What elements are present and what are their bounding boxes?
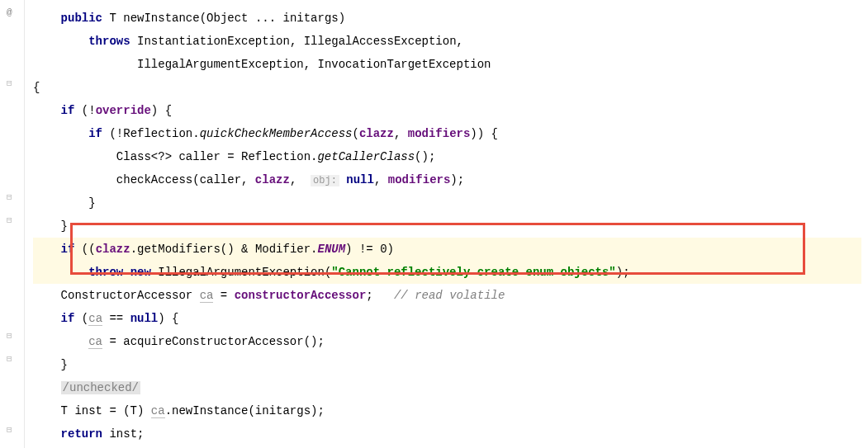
code-line: { bbox=[33, 76, 861, 99]
code-line: T inst = (T) ca.newInstance(initargs); bbox=[33, 399, 861, 422]
annotation-suppressed: /unchecked/ bbox=[61, 381, 140, 394]
code-line: /unchecked/ bbox=[33, 376, 861, 399]
code-line: if (ca == null) { bbox=[33, 307, 861, 330]
parameter-hint: obj: bbox=[311, 175, 339, 186]
fold-toggle-icon[interactable]: ⊟ bbox=[7, 191, 18, 203]
fold-toggle-icon[interactable]: ⊟ bbox=[7, 215, 18, 226]
code-editor-content[interactable]: public T newInstance(Object ... initargs… bbox=[33, 7, 861, 448]
code-line: ca = acquireConstructorAccessor(); bbox=[33, 330, 861, 353]
code-line: return inst; bbox=[33, 422, 861, 446]
code-line: checkAccess(caller, clazz, obj: null, mo… bbox=[33, 168, 861, 191]
code-line: } bbox=[33, 215, 861, 238]
code-line: } bbox=[33, 191, 861, 215]
code-line: if (!Reflection.quickCheckMemberAccess(c… bbox=[33, 122, 861, 145]
code-line: IllegalArgumentException, InvocationTarg… bbox=[33, 53, 861, 76]
fold-toggle-icon[interactable]: ⊟ bbox=[7, 330, 18, 342]
code-line: } bbox=[33, 353, 861, 376]
code-line: if (!override) { bbox=[33, 99, 861, 122]
fold-toggle-icon[interactable]: ⊟ bbox=[7, 424, 18, 436]
code-line: ConstructorAccessor ca = constructorAcce… bbox=[33, 284, 861, 307]
fold-toggle-icon[interactable]: ⊟ bbox=[7, 353, 18, 365]
editor-gutter: @ ⊟ ⊟ ⊟ ⊟ ⊟ ⊟ bbox=[0, 0, 25, 448]
fold-toggle-icon[interactable]: ⊟ bbox=[7, 78, 18, 89]
highlighted-code-line: if ((clazz.getModifiers() & Modifier.ENU… bbox=[33, 238, 861, 261]
code-line: public T newInstance(Object ... initargs… bbox=[33, 7, 861, 30]
code-line: Class<?> caller = Reflection.getCallerCl… bbox=[33, 145, 861, 168]
override-gutter-icon[interactable]: @ bbox=[7, 7, 18, 19]
highlighted-code-line: throw new IllegalArgumentException("Cann… bbox=[33, 261, 861, 284]
code-line: throws InstantiationException, IllegalAc… bbox=[33, 30, 861, 53]
